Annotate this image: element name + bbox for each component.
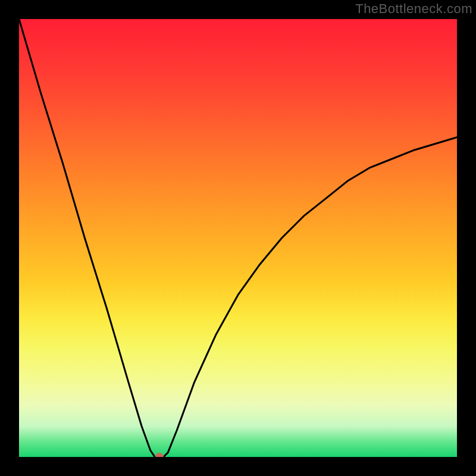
minimum-marker [155,453,164,457]
chart-frame: TheBottleneck.com [0,0,476,476]
watermark-text: TheBottleneck.com [355,1,472,17]
bottleneck-curve [19,19,457,457]
plot-area [19,19,457,457]
